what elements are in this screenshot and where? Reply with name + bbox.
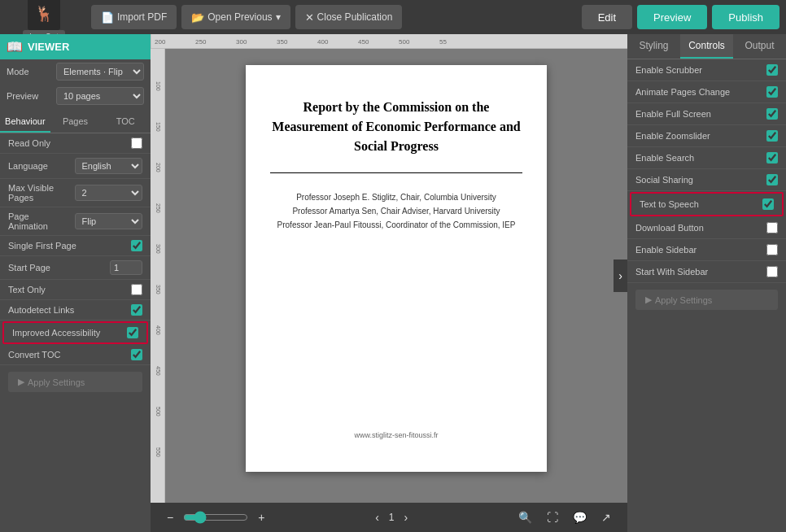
search-button[interactable]: 🔍 bbox=[515, 509, 535, 525]
enable-zoomslider-checkbox[interactable] bbox=[766, 130, 778, 142]
single-first-page-checkbox[interactable] bbox=[131, 240, 142, 251]
text-to-speech-label: Text to Speech bbox=[640, 199, 758, 209]
language-row: Language English bbox=[0, 154, 151, 179]
enable-full-screen-label: Enable Full Screen bbox=[635, 109, 762, 119]
mode-select[interactable]: Elements · Flip bbox=[56, 63, 144, 81]
improved-accessibility-row: Improved Accessibility bbox=[2, 321, 148, 344]
right-sidebar: Styling Controls Output Enable Scrubber … bbox=[627, 34, 786, 532]
open-previous-label: Open Previous bbox=[207, 11, 272, 23]
comments-button[interactable]: 💬 bbox=[570, 509, 590, 525]
ruler-top-svg: 200 250 300 350 400 450 500 55 bbox=[151, 34, 627, 49]
svg-text:300: 300 bbox=[155, 244, 161, 254]
enable-scrubber-checkbox[interactable] bbox=[766, 64, 778, 76]
fullscreen-button[interactable]: ⛶ bbox=[544, 509, 561, 525]
apply-settings-left-button[interactable]: ▶ Apply Settings bbox=[8, 372, 142, 392]
preview-select[interactable]: 10 pages bbox=[56, 87, 144, 105]
mode-label: Mode bbox=[7, 67, 51, 76]
current-page-number: 1 bbox=[389, 512, 395, 523]
enable-full-screen-row: Enable Full Screen bbox=[627, 103, 786, 125]
svg-text:500: 500 bbox=[399, 38, 410, 46]
text-only-checkbox[interactable] bbox=[131, 284, 142, 295]
top-bar: CREATIVE LICENSE 🦌 Log Out 📄 Import PDF … bbox=[0, 0, 786, 34]
close-publication-button[interactable]: ✕ Close Publication bbox=[295, 5, 403, 29]
preview-button[interactable]: Preview bbox=[637, 5, 707, 29]
svg-rect-0 bbox=[151, 34, 627, 49]
convert-toc-checkbox[interactable] bbox=[131, 349, 142, 360]
ruler-top: 200 250 300 350 400 450 500 55 bbox=[151, 34, 627, 49]
next-page-button[interactable]: › bbox=[401, 509, 412, 525]
canvas-area: Report by the Commission on the Measurem… bbox=[165, 49, 627, 503]
apply-settings-right-button[interactable]: ▶ Apply Settings bbox=[635, 290, 778, 310]
tab-pages[interactable]: Pages bbox=[50, 111, 101, 133]
svg-text:100: 100 bbox=[155, 81, 161, 91]
download-button-row: Download Button bbox=[627, 217, 786, 239]
read-only-row: Read Only bbox=[0, 133, 151, 154]
publish-button[interactable]: Publish bbox=[712, 5, 779, 29]
enable-search-checkbox[interactable] bbox=[766, 152, 778, 164]
zoom-in-button[interactable]: + bbox=[255, 509, 268, 525]
svg-text:350: 350 bbox=[155, 285, 161, 294]
svg-text:500: 500 bbox=[155, 407, 161, 416]
start-page-input[interactable] bbox=[110, 260, 142, 275]
svg-text:150: 150 bbox=[155, 122, 161, 132]
bottom-toolbar: − + ‹ 1 › 🔍 ⛶ 💬 ↗ bbox=[151, 503, 627, 532]
preview-row: Preview 10 pages bbox=[0, 84, 151, 108]
apply-settings-right-label: Apply Settings bbox=[655, 295, 712, 305]
author-3: Professor Jean-Paul Fitoussi, Coordinato… bbox=[277, 220, 516, 229]
enable-sidebar-checkbox[interactable] bbox=[766, 244, 778, 255]
enable-zoomslider-row: Enable Zoomslider bbox=[627, 125, 786, 147]
download-button-checkbox[interactable] bbox=[766, 222, 778, 233]
max-visible-pages-select[interactable]: 2 bbox=[75, 185, 143, 201]
enable-full-screen-checkbox[interactable] bbox=[766, 108, 778, 120]
next-page-arrow-button[interactable]: › bbox=[614, 259, 627, 292]
import-pdf-label: Import PDF bbox=[117, 11, 167, 23]
start-with-sidebar-checkbox[interactable] bbox=[766, 266, 778, 277]
tab-toc[interactable]: TOC bbox=[100, 111, 151, 133]
author-2: Professor Amartya Sen, Chair Adviser, Ha… bbox=[292, 207, 500, 216]
start-page-row: Start Page bbox=[0, 256, 151, 280]
autodetect-links-checkbox[interactable] bbox=[131, 304, 142, 316]
tab-styling[interactable]: Styling bbox=[627, 34, 680, 59]
language-label: Language bbox=[8, 161, 68, 171]
text-to-speech-checkbox[interactable] bbox=[762, 198, 774, 210]
page-navigation: ‹ 1 › bbox=[372, 509, 411, 525]
zoom-controls: − + bbox=[164, 509, 268, 525]
single-first-page-label: Single First Page bbox=[8, 241, 124, 251]
language-select[interactable]: English bbox=[75, 158, 143, 174]
zoom-slider[interactable] bbox=[183, 511, 248, 524]
play-icon-right: ▶ bbox=[645, 294, 652, 305]
convert-toc-row: Convert TOC bbox=[0, 345, 151, 365]
animate-pages-change-checkbox[interactable] bbox=[766, 86, 778, 98]
enable-search-row: Enable Search bbox=[627, 147, 786, 169]
open-previous-button[interactable]: 📂 Open Previous ▾ bbox=[181, 5, 290, 29]
zoom-out-button[interactable]: − bbox=[164, 509, 177, 525]
text-only-row: Text Only bbox=[0, 280, 151, 300]
edit-button[interactable]: Edit bbox=[582, 5, 632, 29]
chevron-down-icon: ▾ bbox=[276, 11, 281, 23]
left-tabs-row: Behaviour Pages TOC bbox=[0, 111, 151, 133]
start-page-label: Start Page bbox=[8, 263, 103, 273]
svg-text:250: 250 bbox=[195, 38, 207, 46]
start-with-sidebar-row: Start With Sidebar bbox=[627, 261, 786, 283]
page-animation-select[interactable]: Flip bbox=[75, 213, 143, 229]
deer-icon: 🦌 bbox=[35, 5, 53, 23]
autodetect-links-label: Autodetect Links bbox=[8, 305, 124, 315]
viewer-icon: 📖 bbox=[7, 39, 23, 55]
max-visible-pages-label: Max Visible Pages bbox=[8, 183, 68, 203]
share-button[interactable]: ↗ bbox=[598, 509, 614, 525]
import-pdf-button[interactable]: 📄 Import PDF bbox=[91, 5, 177, 29]
tab-behaviour[interactable]: Behaviour bbox=[0, 111, 50, 133]
document-title-divider bbox=[270, 172, 522, 173]
read-only-checkbox[interactable] bbox=[131, 137, 142, 149]
svg-text:450: 450 bbox=[358, 38, 369, 46]
svg-text:550: 550 bbox=[155, 447, 161, 457]
social-sharing-checkbox[interactable] bbox=[766, 174, 778, 185]
svg-rect-10 bbox=[151, 49, 165, 503]
enable-scrubber-label: Enable Scrubber bbox=[635, 65, 762, 75]
improved-accessibility-checkbox[interactable] bbox=[127, 327, 138, 338]
close-publication-icon: ✕ bbox=[305, 11, 314, 24]
tab-output[interactable]: Output bbox=[733, 34, 786, 59]
prev-page-button[interactable]: ‹ bbox=[372, 509, 382, 525]
open-previous-icon: 📂 bbox=[191, 11, 204, 24]
tab-controls[interactable]: Controls bbox=[680, 34, 733, 59]
